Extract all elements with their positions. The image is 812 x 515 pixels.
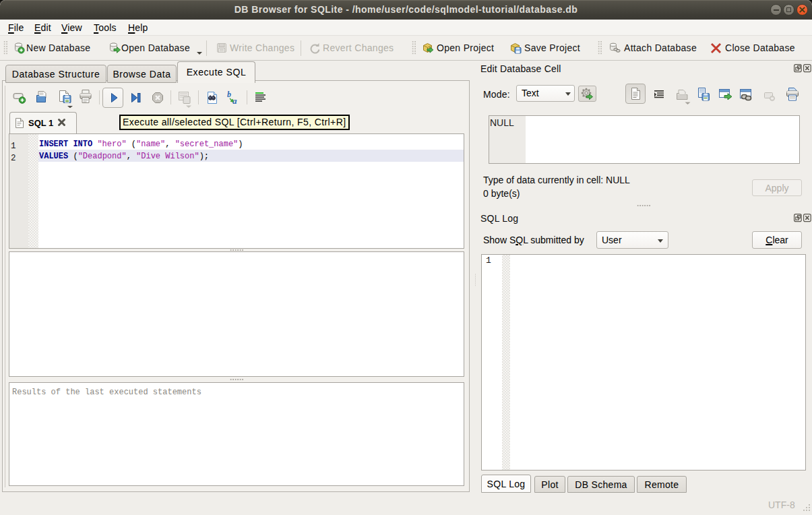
svg-text:b: b (227, 90, 231, 99)
